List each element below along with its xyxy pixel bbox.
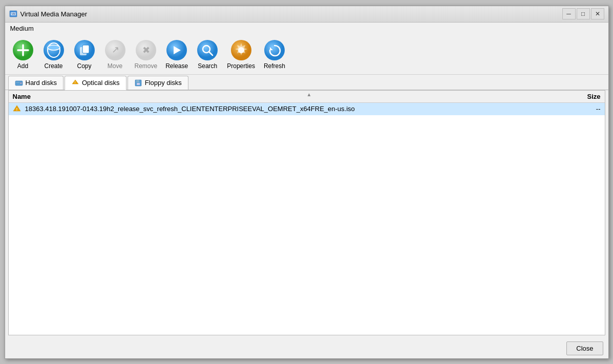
column-size: Size (570, 93, 601, 100)
maximize-button[interactable]: □ (577, 8, 590, 19)
row-size: -- (570, 105, 601, 113)
close-window-button[interactable]: ✕ (591, 8, 604, 19)
move-icon: ↗ (104, 39, 126, 61)
svg-text:↗: ↗ (111, 45, 119, 55)
tab-hard[interactable]: Hard disks (8, 76, 64, 90)
svg-point-23 (264, 40, 285, 60)
release-label: Release (165, 62, 188, 70)
table-row[interactable]: ! 18363.418.191007-0143.19h2_release_svc… (9, 103, 605, 115)
add-label: Add (17, 62, 28, 70)
title-bar-buttons: ─ □ ✕ (562, 8, 604, 19)
svg-rect-11 (82, 45, 89, 53)
create-icon (43, 39, 65, 61)
row-warning-icon: ! (13, 104, 22, 114)
copy-label: Copy (77, 62, 91, 70)
svg-text:VM: VM (11, 12, 15, 15)
svg-rect-27 (16, 82, 19, 82)
sort-arrow-icon: ▲ (307, 92, 312, 97)
medium-label: Medium (5, 23, 608, 34)
svg-text:!: ! (16, 108, 17, 111)
app-icon: VM (9, 10, 17, 18)
svg-text:✖: ✖ (142, 45, 150, 55)
minimize-button[interactable]: ─ (562, 8, 576, 19)
row-filename: 18363.418.191007-0143.19h2_release_svc_r… (25, 105, 570, 113)
refresh-button[interactable]: Refresh (260, 36, 289, 72)
window-title: Virtual Media Manager (20, 10, 562, 18)
column-name: Name (13, 93, 570, 100)
properties-icon (230, 39, 252, 61)
search-label: Search (198, 62, 217, 70)
move-button: ↗ Move (100, 36, 130, 72)
add-button[interactable]: Add (8, 36, 38, 72)
move-label: Move (108, 62, 122, 70)
search-button[interactable]: Search (193, 36, 222, 72)
tab-floppy[interactable]: Floppy disks (128, 76, 188, 90)
refresh-label: Refresh (264, 62, 285, 70)
hard-tab-icon (15, 79, 23, 87)
svg-rect-30 (136, 80, 139, 82)
remove-label: Remove (135, 62, 158, 70)
floppy-tab-icon (134, 79, 142, 87)
tab-optical[interactable]: ! Optical disks (65, 76, 126, 90)
tabs-bar: Hard disks ! Optical disks Floppy disks (5, 76, 608, 90)
toolbar: Add Create Copy ↗ Move ✖ Remove Release … (5, 34, 608, 75)
optical-tab-label: Optical disks (82, 79, 120, 87)
properties-button[interactable]: Properties (223, 36, 259, 72)
svg-rect-31 (137, 83, 140, 85)
title-bar: VM Virtual Media Manager ─ □ ✕ (5, 6, 608, 23)
release-icon (165, 39, 188, 61)
remove-button: ✖ Remove (131, 36, 161, 72)
floppy-tab-label: Floppy disks (145, 79, 182, 87)
close-button[interactable]: Close (566, 341, 603, 355)
footer: Close (5, 338, 608, 358)
add-icon (12, 39, 34, 61)
svg-point-8 (48, 45, 60, 50)
optical-tab-icon: ! (71, 79, 79, 87)
table-header: Name ▲ Size (9, 91, 605, 103)
svg-text:!: ! (74, 81, 75, 84)
refresh-icon (263, 39, 286, 61)
svg-point-26 (20, 82, 22, 84)
properties-label: Properties (227, 62, 255, 70)
create-label: Create (44, 62, 62, 70)
copy-icon (73, 39, 96, 61)
remove-icon: ✖ (135, 39, 157, 61)
table-body: ! 18363.418.191007-0143.19h2_release_svc… (9, 103, 605, 335)
search-icon (196, 39, 219, 61)
content-area: Name ▲ Size ! 18363.418.191007-0143.19h2… (8, 90, 605, 335)
copy-button[interactable]: Copy (70, 36, 99, 72)
main-window: VM Virtual Media Manager ─ □ ✕ Medium Ad… (5, 6, 609, 359)
svg-point-18 (197, 40, 218, 60)
hard-tab-label: Hard disks (26, 79, 57, 87)
release-button[interactable]: Release (162, 36, 192, 72)
create-button[interactable]: Create (39, 36, 69, 72)
